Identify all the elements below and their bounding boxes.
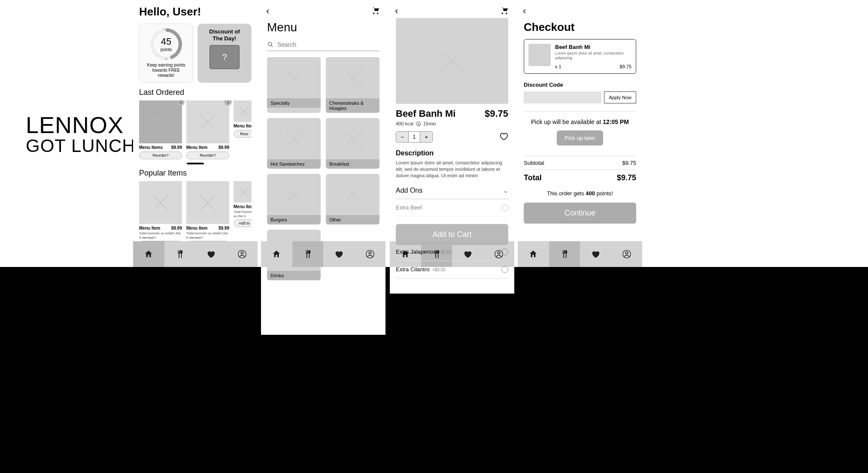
pickup-later-button[interactable]: Pick up later bbox=[557, 130, 603, 146]
item-image-placeholder: 2 bbox=[139, 100, 182, 143]
order-item-price: $9.75 bbox=[619, 64, 631, 69]
item-price: $9.75 bbox=[485, 108, 508, 119]
apply-button[interactable]: Apply Now bbox=[604, 91, 636, 103]
order-item-box[interactable]: Beef Banh Mi Lorem ipsum dolor sit amet,… bbox=[524, 39, 636, 74]
svg-point-2 bbox=[268, 42, 272, 46]
category-label: Cheesesteaks & Hoagies bbox=[326, 98, 379, 113]
subtotal-label: Subtotal bbox=[524, 160, 544, 166]
category-tile[interactable]: Breakfast bbox=[326, 118, 379, 169]
user-icon bbox=[365, 249, 375, 259]
addon-name: Extra Jalapenos bbox=[396, 249, 436, 255]
discount-card[interactable]: Discount of The Day! ? bbox=[197, 24, 252, 83]
category-image-placeholder bbox=[326, 118, 379, 159]
nav-menu[interactable] bbox=[292, 241, 324, 267]
nav-profile[interactable] bbox=[611, 241, 643, 267]
popular-item[interactable]: Menu Item Total bummer so the ti damage?… bbox=[234, 181, 252, 249]
popular-strip[interactable]: Menu Item$9.99 Total bummer so what's th… bbox=[139, 181, 252, 249]
discount-heading: Discount Code bbox=[524, 82, 636, 88]
addon-row[interactable]: Extra Jalapenos+$0.50 bbox=[396, 243, 508, 261]
item-name: Menu Item bbox=[139, 226, 160, 230]
favorite-button[interactable] bbox=[499, 131, 508, 143]
item-price: $9.99 bbox=[171, 226, 182, 230]
qty-plus[interactable]: + bbox=[420, 132, 432, 142]
discount-input[interactable] bbox=[524, 91, 601, 103]
addon-radio[interactable] bbox=[501, 204, 508, 211]
search-input[interactable] bbox=[277, 41, 379, 48]
quantity-stepper[interactable]: − 1 + bbox=[396, 131, 433, 143]
cart-button[interactable] bbox=[500, 6, 509, 17]
brand-title: LENNOX GOT LUNCH bbox=[26, 112, 136, 156]
addon-name: Extra Beef bbox=[396, 204, 422, 211]
category-tile[interactable]: Hot Sandwiches bbox=[267, 118, 321, 169]
item-price: $9.99 bbox=[171, 145, 182, 150]
last-item[interactable]: 1 Menu Item$9.99 Reorder? bbox=[186, 100, 229, 159]
popular-item[interactable]: Menu Item$9.99 Total bummer so what's th… bbox=[139, 181, 182, 249]
last-item[interactable]: Menu Item Reor bbox=[234, 100, 252, 159]
qty-minus[interactable]: − bbox=[396, 132, 408, 142]
addon-price: +$0.50 bbox=[432, 267, 446, 272]
back-button[interactable]: ‹ bbox=[266, 6, 269, 17]
points-message: This order gets 400 points! bbox=[524, 190, 636, 197]
addon-radio[interactable] bbox=[501, 266, 508, 273]
add-to-cart-button[interactable]: Add to Cart bbox=[396, 224, 508, 245]
back-button[interactable]: ‹ bbox=[523, 6, 526, 17]
qty-value: 1 bbox=[408, 132, 420, 142]
last-ordered-strip[interactable]: 2 Menu Items$9.99 Reorder? 1 Menu Item$9… bbox=[139, 100, 252, 159]
nav-menu[interactable] bbox=[164, 241, 196, 267]
pickup-message: Pick up will be available at 12:05 PM bbox=[524, 118, 636, 125]
item-name: Menu Item bbox=[234, 204, 252, 209]
category-label: Breakfast bbox=[326, 159, 379, 169]
category-tile[interactable]: Cheesesteaks & Hoagies bbox=[326, 57, 379, 113]
nav-favorites[interactable] bbox=[195, 241, 227, 267]
category-tile[interactable]: Specialty bbox=[267, 57, 321, 113]
reorder-button[interactable]: Reor bbox=[234, 130, 252, 138]
item-name: Menu Item bbox=[186, 226, 207, 230]
last-ordered-heading: Last Ordered bbox=[139, 88, 252, 97]
heart-icon bbox=[591, 249, 600, 259]
addon-row[interactable]: Extra Beef bbox=[396, 199, 508, 217]
nav-favorites[interactable] bbox=[323, 241, 355, 267]
clock-icon bbox=[416, 121, 421, 126]
reorder-button[interactable]: Reorder? bbox=[139, 152, 182, 159]
item-image-placeholder bbox=[139, 181, 182, 224]
points-card[interactable]: 100 45 points 0 Keep earning points towa… bbox=[139, 24, 193, 83]
brand-line2: GOT LUNCH bbox=[26, 136, 136, 156]
nav-favorites[interactable] bbox=[580, 241, 611, 267]
addon-row[interactable]: Extra Cilantro+$0.50 bbox=[396, 261, 508, 279]
nav-profile[interactable] bbox=[355, 241, 386, 267]
nav-home[interactable] bbox=[261, 241, 292, 267]
nav-menu[interactable] bbox=[549, 241, 580, 267]
category-tile[interactable]: Other bbox=[326, 174, 379, 224]
search-row[interactable] bbox=[267, 39, 379, 51]
nav-home[interactable] bbox=[518, 241, 549, 267]
cart-button[interactable] bbox=[371, 6, 380, 17]
add-to-cart-button[interactable]: Add to bbox=[234, 219, 252, 227]
item-name: Beef Banh Mi bbox=[396, 108, 455, 119]
nav-home[interactable] bbox=[133, 241, 164, 267]
nav-profile[interactable] bbox=[227, 241, 258, 267]
item-price: $9.99 bbox=[219, 145, 229, 150]
bottom-nav bbox=[261, 241, 385, 267]
addons-heading[interactable]: Add Ons ⌄ bbox=[396, 187, 508, 199]
svg-point-8 bbox=[625, 252, 628, 255]
svg-point-1 bbox=[241, 252, 243, 255]
screen-item-detail: ‹ Beef Banh Mi $9.75 400 kcal 15min − 1 … bbox=[390, 0, 514, 294]
item-thumb-placeholder bbox=[528, 44, 551, 66]
category-tile[interactable]: Burgers bbox=[267, 174, 321, 224]
back-button[interactable]: ‹ bbox=[395, 6, 398, 17]
user-icon bbox=[237, 249, 247, 259]
order-item-desc: Lorem ipsum dolor sit amet, consectetur … bbox=[555, 51, 631, 61]
heart-icon bbox=[206, 249, 215, 259]
bottom-nav bbox=[133, 241, 258, 267]
menu-title: Menu bbox=[267, 21, 379, 34]
hero-image-placeholder bbox=[396, 18, 508, 104]
continue-button[interactable]: Continue bbox=[524, 203, 636, 224]
popular-item[interactable]: Menu Item$9.99 Total bummer so what's th… bbox=[186, 181, 229, 249]
time-label: 15min bbox=[423, 121, 436, 126]
home-icon bbox=[528, 249, 538, 259]
item-image-placeholder bbox=[234, 181, 252, 203]
addon-radio[interactable] bbox=[501, 249, 508, 255]
screen-checkout: ‹ Checkout Beef Banh Mi Lorem ipsum dolo… bbox=[518, 0, 642, 267]
reorder-button[interactable]: Reorder? bbox=[186, 152, 229, 159]
last-item[interactable]: 2 Menu Items$9.99 Reorder? bbox=[139, 100, 182, 159]
